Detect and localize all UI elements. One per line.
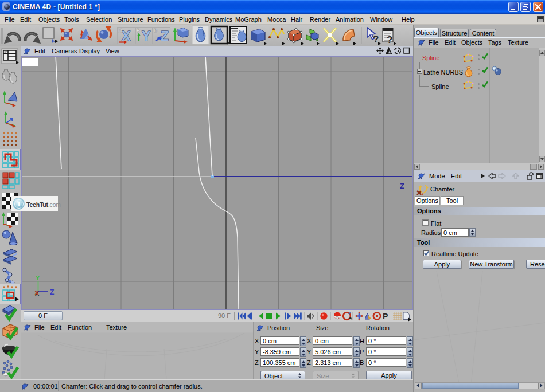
svg-text:X: X <box>122 29 131 44</box>
svg-text:P: P <box>383 312 388 321</box>
svg-text:P: P <box>137 28 140 33</box>
svg-text:Z: Z <box>161 29 169 44</box>
svg-text:?: ? <box>387 34 392 45</box>
svg-text:Z: Z <box>50 288 54 296</box>
svg-text:Y: Y <box>142 29 150 44</box>
svg-text:Z: Z <box>400 182 404 190</box>
svg-text:?: ? <box>373 34 379 45</box>
svg-text:Y: Y <box>36 275 40 281</box>
svg-text:B: B <box>154 28 158 33</box>
svg-text:X: X <box>34 289 39 296</box>
